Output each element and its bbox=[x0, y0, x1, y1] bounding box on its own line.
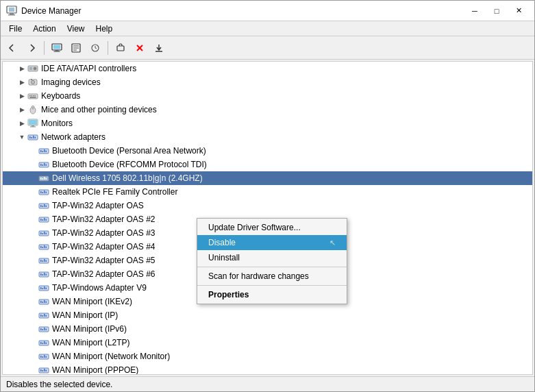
scan-btn[interactable] bbox=[86, 39, 104, 57]
svg-rect-69 bbox=[42, 219, 44, 221]
tree-item-wan-netmon[interactable]: ▶ WAN Miniport (Network Monitor) bbox=[3, 350, 532, 363]
svg-rect-124 bbox=[42, 370, 44, 371]
menu-file[interactable]: File bbox=[3, 23, 27, 35]
ide-label: IDE ATA/ATAPI controllers bbox=[41, 64, 136, 73]
tree-item-wan-l2tp[interactable]: ▶ WAN Miniport (L2TP) bbox=[3, 336, 532, 350]
svg-point-19 bbox=[34, 67, 36, 70]
menu-help[interactable]: Help bbox=[90, 23, 119, 35]
properties-btn[interactable] bbox=[67, 39, 85, 57]
svg-rect-110 bbox=[44, 328, 45, 330]
tree-item-mice[interactable]: ▶ Mice and other pointing devices bbox=[3, 103, 532, 117]
svg-rect-46 bbox=[46, 151, 47, 153]
ctx-properties[interactable]: Properties bbox=[197, 287, 347, 302]
ctx-uninstall[interactable]: Uninstall bbox=[197, 250, 347, 265]
wan-netmon-icon bbox=[38, 351, 49, 362]
wan-ikev2-icon bbox=[38, 296, 49, 307]
svg-rect-45 bbox=[44, 149, 45, 152]
remove-device-btn[interactable] bbox=[131, 39, 149, 57]
expander-monitors[interactable]: ▶ bbox=[16, 117, 27, 130]
close-button[interactable]: ✕ bbox=[508, 3, 529, 19]
tree-item-tap1[interactable]: ▶ TAP-Win32 Adapter OAS bbox=[3, 199, 532, 212]
tap1-icon bbox=[38, 200, 49, 211]
tree-item-bluetooth-rfcomm[interactable]: ▶ Bluetooth Device (RFCOMM Protocol TDI) bbox=[3, 158, 532, 171]
tree-item-realtek[interactable]: ▶ Realtek PCIe FE Family Controller bbox=[3, 185, 532, 199]
tree-item-ide[interactable]: ▶ IDE ATA/ATAPI controllers bbox=[3, 62, 532, 75]
ctx-update-driver[interactable]: Update Driver Software... bbox=[197, 220, 347, 235]
wan-netmon-label: WAN Miniport (Network Monitor) bbox=[52, 352, 170, 361]
wan-ipv6-icon bbox=[38, 323, 49, 334]
tree-item-bluetooth-pan[interactable]: ▶ Bluetooth Device (Personal Area Networ… bbox=[3, 144, 532, 158]
svg-rect-38 bbox=[29, 136, 31, 138]
toolbar-separator-1 bbox=[44, 41, 45, 55]
svg-rect-94 bbox=[42, 288, 44, 289]
update-driver-btn[interactable] bbox=[112, 39, 129, 57]
svg-rect-123 bbox=[40, 369, 42, 371]
ctx-scan[interactable]: Scan for hardware changes bbox=[197, 269, 347, 284]
tree-item-dell-wireless[interactable]: ▶ Dell Wireless 1705 802.11b|g|n (2.4GHZ… bbox=[3, 171, 532, 185]
back-button[interactable] bbox=[3, 39, 21, 57]
svg-rect-58 bbox=[40, 191, 42, 193]
tree-item-wan-ip[interactable]: ▶ WAN Miniport (IP) bbox=[3, 308, 532, 322]
svg-rect-115 bbox=[44, 341, 45, 344]
tap4-label: TAP-Win32 Adapter OAS #4 bbox=[52, 242, 155, 252]
svg-point-32 bbox=[32, 106, 34, 108]
device-tree[interactable]: ▶ IDE ATA/ATAPI controllers ▶ bbox=[2, 61, 533, 375]
tree-item-wan-ipv6[interactable]: ▶ WAN Miniport (IPv6) bbox=[3, 322, 532, 336]
expander-ide[interactable]: ▶ bbox=[16, 62, 27, 75]
svg-rect-63 bbox=[40, 205, 42, 207]
forward-button[interactable] bbox=[23, 39, 40, 57]
svg-rect-116 bbox=[46, 343, 47, 345]
tree-item-monitors[interactable]: ▶ Monitors bbox=[3, 117, 532, 130]
tree-item-keyboards[interactable]: ▶ Keyboards bbox=[3, 89, 532, 103]
computer-icon-btn[interactable] bbox=[48, 39, 66, 57]
main-area: ▶ IDE ATA/ATAPI controllers ▶ bbox=[1, 60, 534, 376]
tap6-icon bbox=[38, 269, 49, 280]
wan-l2tp-label: WAN Miniport (L2TP) bbox=[52, 338, 130, 347]
realtek-label: Realtek PCIe FE Family Controller bbox=[52, 187, 177, 197]
svg-rect-86 bbox=[46, 260, 47, 262]
svg-rect-5 bbox=[53, 45, 60, 49]
download-btn[interactable] bbox=[150, 39, 168, 57]
bluetooth-rfcomm-label: Bluetooth Device (RFCOMM Protocol TDI) bbox=[52, 160, 207, 169]
svg-rect-78 bbox=[40, 246, 42, 248]
svg-rect-89 bbox=[42, 274, 44, 275]
maximize-button[interactable]: □ bbox=[486, 3, 507, 19]
wan-l2tp-icon bbox=[38, 337, 49, 348]
tree-item-imaging[interactable]: ▶ Imaging devices bbox=[3, 75, 532, 89]
svg-rect-75 bbox=[44, 232, 45, 234]
svg-rect-126 bbox=[46, 370, 47, 372]
title-bar: Device Manager ─ □ ✕ bbox=[1, 1, 534, 21]
expander-keyboards[interactable]: ▶ bbox=[16, 89, 27, 103]
svg-rect-83 bbox=[40, 260, 42, 262]
menu-action[interactable]: Action bbox=[27, 23, 61, 35]
expander-network[interactable]: ▼ bbox=[16, 130, 27, 144]
svg-rect-101 bbox=[46, 302, 47, 304]
svg-rect-85 bbox=[44, 259, 45, 262]
bluetooth-pan-label: Bluetooth Device (Personal Area Network) bbox=[52, 146, 206, 156]
cursor-indicator: ↖ bbox=[329, 238, 336, 247]
svg-rect-108 bbox=[40, 328, 42, 330]
svg-rect-49 bbox=[42, 164, 44, 166]
svg-rect-3 bbox=[8, 14, 15, 16]
svg-rect-56 bbox=[46, 178, 47, 180]
ctx-properties-label: Properties bbox=[208, 290, 249, 299]
ctx-update-driver-label: Update Driver Software... bbox=[208, 223, 301, 232]
svg-rect-125 bbox=[44, 369, 45, 371]
tap6-label: TAP-Win32 Adapter OAS #6 bbox=[52, 269, 155, 279]
svg-rect-36 bbox=[30, 127, 36, 127]
minimize-button[interactable]: ─ bbox=[464, 3, 485, 19]
expander-imaging[interactable]: ▶ bbox=[16, 75, 27, 89]
tap5-icon bbox=[38, 255, 49, 266]
expander-mice[interactable]: ▶ bbox=[16, 103, 27, 117]
svg-rect-41 bbox=[35, 137, 36, 139]
realtek-icon bbox=[38, 186, 49, 197]
svg-rect-68 bbox=[40, 219, 42, 221]
menu-view[interactable]: View bbox=[62, 23, 90, 35]
ctx-disable[interactable]: Disable ↖ bbox=[197, 235, 347, 250]
tree-item-wan-pppoe[interactable]: ▶ WAN Miniport (PPPOE) bbox=[3, 363, 532, 375]
svg-rect-119 bbox=[42, 356, 44, 358]
tree-item-network[interactable]: ▼ Network adapters bbox=[3, 130, 532, 144]
monitor-icon bbox=[27, 118, 38, 129]
svg-rect-114 bbox=[42, 343, 44, 344]
wan-ikev2-label: WAN Miniport (IKEv2) bbox=[52, 297, 132, 306]
